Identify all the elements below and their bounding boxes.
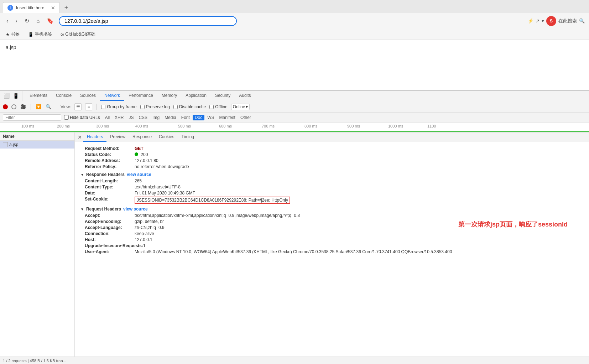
accept-encoding-val: gzip, deflate, br — [135, 219, 164, 224]
tab-network[interactable]: Network — [100, 91, 124, 101]
remote-address-row: Remote Address: 127.0.0.1:80 — [80, 158, 583, 163]
devtools-icons: ⬜ 📱 — [0, 91, 22, 101]
new-tab-button[interactable]: + — [61, 2, 71, 12]
view-source-link2[interactable]: view source — [123, 207, 148, 212]
close-panel-button[interactable]: ✕ — [78, 134, 82, 140]
tab-timing[interactable]: Timing — [178, 132, 198, 142]
list-view-button[interactable]: ≡ — [85, 103, 92, 110]
filter-other[interactable]: Other — [238, 115, 253, 120]
filter-font[interactable]: Font — [179, 115, 192, 120]
status-code-key: Status Code: — [85, 152, 135, 157]
content-length-val: 265 — [135, 178, 142, 183]
bookmark-item-github[interactable]: G GitHub&Git基础 — [59, 31, 97, 38]
address-bar: ‹ › ↻ ⌂ 🔖 ⚡ ↗ ▾ S 在此搜索 🔍 — [0, 13, 589, 29]
hide-data-urls-input[interactable] — [64, 115, 69, 120]
grid-view-button[interactable]: ☰ — [74, 103, 82, 110]
filter-input[interactable] — [3, 114, 61, 121]
inspect-element-icon[interactable]: ⬜ — [3, 92, 10, 99]
bookmark-item-bookmarks[interactable]: ★ 书签 — [4, 31, 21, 38]
tab-favicon: I — [7, 5, 13, 11]
refresh-button[interactable]: ↻ — [22, 16, 31, 26]
tab-console[interactable]: Console — [52, 91, 76, 101]
search-icon[interactable]: 🔍 — [579, 18, 585, 24]
view-label: View: — [61, 104, 71, 109]
group-by-frame-input[interactable] — [101, 105, 105, 109]
bookmark-label: 书签 — [11, 31, 20, 37]
forward-button[interactable]: › — [13, 16, 19, 26]
tab-headers[interactable]: Headers — [83, 132, 106, 142]
detail-tabs: ✕ Headers Preview Response Cookies Timin… — [75, 132, 589, 142]
tab-sources[interactable]: Sources — [76, 91, 100, 101]
connection-key: Connection: — [85, 231, 135, 236]
browser-tab[interactable]: I Insert title here ✕ — [3, 2, 60, 13]
camera-icon[interactable]: 🎥 — [20, 104, 26, 110]
filter-icon[interactable]: 🔽 — [35, 104, 42, 110]
filter-media[interactable]: Media — [162, 115, 178, 120]
offline-input[interactable] — [209, 105, 214, 109]
offline-checkbox[interactable]: Offline — [209, 104, 227, 109]
preserve-log-input[interactable] — [140, 105, 145, 109]
stop-button[interactable] — [11, 104, 16, 109]
host-val: 127.0.0.1 — [135, 237, 152, 242]
request-headers-label: Request Headers — [86, 207, 121, 212]
disable-cache-input[interactable] — [173, 105, 178, 109]
filter-doc[interactable]: Doc — [193, 115, 204, 120]
search-label[interactable]: 在此搜索 — [558, 18, 577, 24]
tick-800: 800 ms — [304, 124, 317, 128]
tab-title: Insert title here — [16, 5, 48, 10]
url-input[interactable] — [59, 16, 237, 26]
tab-elements[interactable]: Elements — [25, 91, 52, 101]
filter-manifest[interactable]: Manifest — [217, 115, 238, 120]
mobile-icon: 📱 — [28, 32, 33, 37]
response-headers-section: ▼ Response Headers view source — [80, 172, 583, 177]
search-icon[interactable]: 🔍 — [45, 104, 52, 110]
tick-400: 400 ms — [135, 124, 148, 128]
tab-audits[interactable]: Audits — [235, 91, 255, 101]
tick-700: 700 ms — [262, 124, 275, 128]
collapse-icon[interactable]: ▼ — [80, 173, 84, 177]
tab-memory[interactable]: Memory — [157, 91, 181, 101]
avatar: S — [546, 16, 556, 26]
bookmark-github-label: GitHub&Git基础 — [65, 31, 95, 37]
upgrade-insecure-key: Upgrade-Insecure-Requests: — [85, 243, 143, 248]
collapse-icon2[interactable]: ▼ — [80, 207, 84, 211]
set-cookie-row: Set-Cookie: JSESSIONID=73532BB2BC64D1CD8… — [80, 197, 583, 204]
filter-img[interactable]: Img — [150, 115, 162, 120]
tab-performance[interactable]: Performance — [124, 91, 157, 101]
share-icon: ↗ — [536, 18, 540, 24]
filter-css[interactable]: CSS — [136, 115, 150, 120]
search-area: ⚡ ↗ ▾ S 在此搜索 🔍 — [528, 16, 585, 26]
tab-preview[interactable]: Preview — [106, 132, 129, 142]
filter-all[interactable]: All — [103, 115, 112, 120]
bookmark-button[interactable]: 🔖 — [45, 16, 56, 26]
offline-label: Offline — [215, 104, 227, 109]
home-button[interactable]: ⌂ — [34, 16, 42, 26]
hide-data-urls-checkbox[interactable]: Hide data URLs — [64, 115, 100, 120]
tab-security[interactable]: Security — [211, 91, 235, 101]
tab-application[interactable]: Application — [181, 91, 211, 101]
table-row[interactable]: a.jsp — [0, 141, 74, 149]
preserve-log-checkbox[interactable]: Preserve log — [140, 104, 170, 109]
tab-response[interactable]: Response — [129, 132, 155, 142]
throttle-select[interactable]: Online ▾ — [231, 104, 250, 110]
tick-1100: 1100 — [427, 124, 436, 128]
tab-close-button[interactable]: ✕ — [51, 5, 55, 11]
group-by-frame-checkbox[interactable]: Group by frame — [101, 104, 136, 109]
device-icon[interactable]: 📱 — [12, 92, 19, 99]
filter-js[interactable]: JS — [126, 115, 136, 120]
tab-cookies[interactable]: Cookies — [155, 132, 178, 142]
accept-encoding-key: Accept-Encoding: — [85, 219, 135, 224]
filter-ws[interactable]: WS — [205, 115, 216, 120]
bookmark-item-mobile[interactable]: 📱 手机书签 — [27, 31, 53, 38]
request-headers-section: ▼ Request Headers view source — [80, 207, 583, 212]
upgrade-insecure-row: Upgrade-Insecure-Requests: 1 — [80, 243, 583, 248]
preserve-log-label: Preserve log — [146, 104, 170, 109]
upgrade-insecure-val: 1 — [143, 243, 146, 248]
back-button[interactable]: ‹ — [4, 16, 10, 26]
connection-val: keep-alive — [135, 231, 154, 236]
filter-xhr[interactable]: XHR — [113, 115, 126, 120]
page-title: a.jsp — [6, 45, 583, 50]
disable-cache-checkbox[interactable]: Disable cache — [173, 104, 206, 109]
view-source-link[interactable]: view source — [127, 172, 151, 177]
record-button[interactable] — [3, 104, 8, 109]
